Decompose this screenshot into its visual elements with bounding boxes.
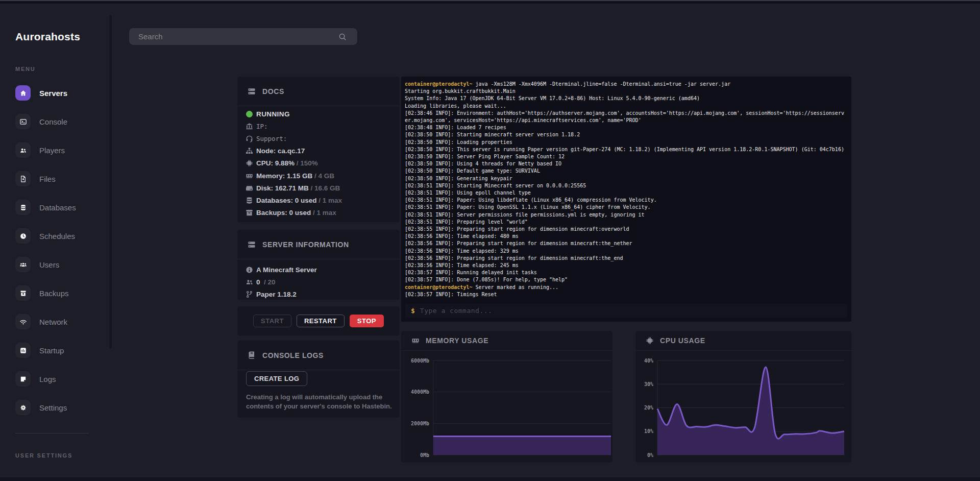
search-bar [129,28,357,45]
database-icon [15,200,31,215]
y-tick-label: 6000Mb [411,358,429,364]
gear-icon [15,400,31,415]
server-stats-title: DOCS [262,87,284,95]
memory-icon [411,336,420,345]
sidebar-item-label: Network [39,318,67,326]
console-line: [02:38:50 INFO]: Loading properties [405,139,848,146]
stat-limit: / 4 GB [312,172,334,180]
sidebar-item-label: Logs [39,375,56,383]
search-input[interactable] [129,32,338,41]
sidebar-item-backups[interactable]: Backups [15,285,76,301]
stat-limit: / 1 max [317,197,342,204]
sidebar-item-players[interactable]: Players [15,142,76,158]
stat-value: Disk: 162.71 MB [256,184,309,192]
console-line: [02:38:56 INFO]: Preparing start region … [405,255,848,262]
server-stats-header: DOCS [237,77,400,106]
note-icon [15,371,31,387]
stop-button[interactable]: STOP [350,315,384,327]
stat-value: Paper 1.18.2 [256,291,297,298]
stat-value: CPU: 9.88% [256,159,295,167]
console-line: [02:38:51 INFO]: Starting Minecraft serv… [405,182,848,189]
console-line: [02:38:50 INFO]: Starting minecraft serv… [405,131,848,138]
sidebar-item-servers[interactable]: Servers [15,85,76,101]
sidebar-item-label: Schedules [39,232,75,240]
window-bottom-strip [0,477,980,481]
stat-value: 0 [256,278,260,286]
console-command-input[interactable] [420,307,847,315]
sidebar-item-logs[interactable]: Logs [15,371,76,387]
search-icon [338,32,353,41]
console-line: [02:38:48 INFO]: Loaded 7 recipes [405,124,848,131]
memory-icon [245,172,253,180]
book-icon [248,351,256,359]
console-prompt: $ [405,307,420,315]
sidebar-item-label: Backups [39,289,69,298]
stat-row: Databases: 0 used / 1 max [237,194,400,206]
sidebar-item-label: Files [39,175,56,183]
restart-button[interactable]: RESTART [297,315,345,327]
stat-row: Paper 1.18.2 [237,288,400,300]
users-icon [245,278,253,286]
console-prompt-prefix: container@pterodactyl~ [405,284,472,290]
console-log: container@pterodactyl~ java -Xms128M -Xm… [405,81,848,298]
stat-limit: / 20 [260,278,276,286]
sidebar-item-settings[interactable]: Settings [15,400,76,415]
cpu-usage-panel: 40%30%20%10%0% CPU USAGE [635,331,851,463]
start-button[interactable]: START [253,315,291,327]
sidebar-item-databases[interactable]: Databases [15,200,76,215]
y-tick-label: 30% [644,381,653,387]
clock-icon [15,228,31,244]
server-dashboard: Aurorahosts MENU ServersConsolePlayersFi… [0,0,980,481]
box-archive-icon [245,209,253,217]
console-line: [02:38:56 INFO]: Time elapsed: 245 ms [405,262,848,269]
stat-value: Databases: 0 used [256,197,317,204]
console-line: container@pterodactyl~ java -Xms128M -Xm… [405,81,848,88]
terminal-icon [15,114,31,129]
sidebar-item-network[interactable]: Network [15,314,76,329]
console-line: [02:38:50 INFO]: This server is running … [405,146,848,153]
create-log-button[interactable]: CREATE LOG [246,371,307,386]
cpu-usage-header: CPU USAGE [635,331,851,351]
box-archive-icon [15,285,31,301]
console-line: [02:38:46 INFO]: Environment: authHost='… [405,110,848,117]
console-line: [02:38:51 INFO]: Preparing level "world" [405,219,848,226]
stat-row: A Minecraft Server [237,263,400,276]
database-icon [245,196,253,204]
memory-usage-header: MEMORY USAGE [401,331,612,351]
console-line: [02:38:56 INFO]: Time elapsed: 329 ms [405,248,848,255]
console-line: [02:38:56 INFO]: Preparing start region … [405,240,848,247]
sidebar-item-console[interactable]: Console [15,114,76,129]
y-tick-label: 0% [647,452,653,458]
stat-row: Disk: 162.71 MB / 16.6 GB [237,182,400,194]
sidebar-item-schedules[interactable]: Schedules [15,228,76,244]
stat-limit: / 16.6 GB [309,184,340,192]
microchip-icon [646,336,654,345]
stat-value: Node: ca.qc.17 [256,147,305,155]
stat-value: Support: [256,135,287,142]
home-icon [15,85,31,101]
file-icon [15,171,31,186]
sidebar: Aurorahosts MENU ServersConsolePlayersFi… [0,4,111,477]
sidebar-item-label: Startup [39,346,64,355]
stat-limit: / 150% [295,159,318,167]
console-line: [02:38:50 INFO]: Default game type: SURV… [405,167,848,175]
server-information-panel: SERVER INFORMATION A Minecraft Server0 /… [237,230,400,300]
stat-row: Node: ca.qc.17 [237,145,400,157]
sidebar-scrollbar[interactable] [109,15,112,348]
brand-logo[interactable]: Aurorahosts [15,31,80,43]
sidebar-item-files[interactable]: Files [15,171,76,186]
memory-usage-title: MEMORY USAGE [426,336,488,345]
code-branch-icon [245,290,253,298]
sidebar-item-startup[interactable]: Startup [15,343,76,358]
console-line: [02:38:50 INFO]: Server Ping Player Samp… [405,153,848,160]
console-input-row: $ [405,304,847,318]
menu-section-label: MENU [15,66,36,72]
headset-icon [245,134,253,142]
console-line: [02:38:56 INFO]: Time elapsed: 480 ms [405,233,848,240]
sidebar-item-users[interactable]: Users [15,257,76,272]
sidebar-divider [15,433,89,434]
server-information-title: SERVER INFORMATION [262,240,349,249]
server-stats-panel: DOCS RUNNING IP:Support:Node: ca.qc.17CP… [237,77,400,222]
sidebar-item-label: Users [39,260,59,269]
y-tick-label: 2000Mb [411,421,429,426]
